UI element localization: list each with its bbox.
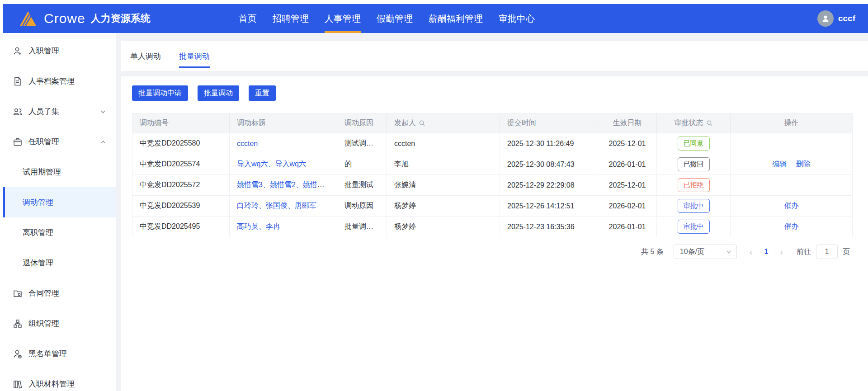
cell-initiator: 杨梦婷 [387,196,500,217]
transfer-title-link[interactable]: cccten [237,140,258,147]
cell-operations: 催办 [731,217,853,237]
page-size-select[interactable]: 10条/页 [674,245,737,259]
sidebar-item-personnel-subset[interactable]: 人员子集 [3,96,116,127]
transfer-table: 调动编号 调动标题 调动原因 发起人 [132,113,853,237]
books-icon [13,379,23,389]
tab-batch-transfer[interactable]: 批量调动 [179,41,210,71]
batch-transfer-button[interactable]: 批量调动 [198,85,239,101]
transfer-title-link[interactable]: 高巧英、李冉 [237,222,280,230]
status-badge: 已拒绝 [678,178,710,192]
search-icon[interactable] [706,120,713,127]
sidebar-item-label: 退休管理 [23,258,53,268]
table-row: 中竞发DD2025495 高巧英、李冉 批量调动... 杨梦婷 2025-12-… [132,217,853,237]
urge-link[interactable]: 催办 [784,202,799,209]
sidebar-item-organization[interactable]: 组织管理 [3,308,116,339]
org-chart-icon [13,319,23,329]
col-submit-time: 提交时间 [500,113,598,133]
cell-submit-time: 2025-12-26 14:12:51 [500,196,598,217]
sidebar-item-contract[interactable]: 合同管理 [3,278,116,308]
transfer-title-link[interactable]: 姚惜雪3、姚惜雪2、姚惜雪 .. [237,181,330,188]
main-panel: 批量调动申请 批量调动 重置 调动编号 调动标题 调动原因 [121,76,868,391]
cell-submit-time: 2025-12-30 08:47:43 [500,154,598,175]
cell-submit-time: 2025-12-30 11:26:49 [500,133,598,154]
sidebar-item-label: 试用期管理 [23,167,61,177]
sidebar-item-label: 人员子集 [28,106,59,117]
search-icon[interactable] [419,120,425,127]
cell-effective-date: 2025-12-01 [598,133,657,154]
cell-approval-status: 已拒绝 [657,175,731,196]
delete-link[interactable]: 删除 [796,160,811,168]
table-row: 中竞发DD2025580 cccten 测试调动... cccten 2025-… [132,133,853,154]
tab-bar: 单人调动 批量调动 [121,41,868,71]
crowe-logo-icon [19,10,38,27]
reset-button[interactable]: 重置 [249,85,276,101]
system-title: 人力资源系统 [91,12,151,25]
sidebar-item-personnel-files[interactable]: 人员子集 人事档案管理 [3,66,116,96]
pagination: 共 5 条 10条/页 ‹ 1 › 前往 页 [132,245,850,259]
sidebar-item-label: 人事档案管理 [28,76,75,86]
chevron-down-icon [726,249,732,255]
table-row: 中竞发DD2025539 白玲玲、张国俊、唐郦军 调动原因 杨梦婷 2025-1… [132,196,853,217]
page-number[interactable]: 1 [764,248,768,256]
cell-operations [731,175,853,196]
nav-item-home[interactable]: 首页 [239,4,257,33]
sidebar-item-onboarding[interactable]: 入职管理 [3,36,116,66]
sidebar: 入职管理 人员子集 人事档案管理 [3,33,116,391]
chevron-up-icon [100,139,106,145]
status-badge: 审批中 [678,199,710,213]
sidebar-item-probation[interactable]: 试用期管理 [3,157,116,187]
cell-approval-status: 已撤回 [657,154,731,175]
sidebar-item-label: 入职管理 [28,46,59,56]
cell-transfer-reason: 批量调动... [337,217,387,237]
app-window: Crowe 人力资源系统 首页 招聘管理 人事管理 假勤管理 薪酬福利管理 审批… [3,4,868,391]
transfer-title-link[interactable]: 白玲玲、张国俊、唐郦军 [237,202,316,209]
main-nav: 首页 招聘管理 人事管理 假勤管理 薪酬福利管理 审批中心 [239,4,551,33]
col-effective-date: 生效日期 [598,113,657,133]
goto-label: 前往 [797,247,811,257]
urge-link[interactable]: 催办 [784,222,799,230]
sidebar-item-resignation[interactable]: 离职管理 [3,217,116,248]
sidebar-item-label: 组织管理 [28,318,59,329]
sidebar-item-employment[interactable]: 任职管理 [3,127,116,157]
cell-transfer-id: 中竞发DD2025574 [132,154,230,175]
col-operations: 操作 [731,113,853,133]
status-badge: 已同意 [678,137,710,151]
sidebar-item-retirement[interactable]: 退休管理 [3,248,116,278]
tab-single-transfer[interactable]: 单人调动 [130,41,161,71]
cell-approval-status: 已同意 [657,133,731,154]
toolbar: 批量调动申请 批量调动 重置 [132,85,850,101]
col-transfer-reason: 调动原因 [337,113,387,133]
cell-effective-date: 2026-02-01 [598,196,657,217]
cell-initiator: 李旭 [387,154,500,175]
status-badge: 审批中 [678,220,710,234]
top-header: Crowe 人力资源系统 首页 招聘管理 人事管理 假勤管理 薪酬福利管理 审批… [3,4,868,33]
cell-operations: 编辑 删除 [731,154,853,175]
cell-transfer-title: 高巧英、李冉 [230,217,337,237]
sidebar-item-onboarding-materials[interactable]: 入职材料管理 [3,369,116,391]
page-size-value: 10条/页 [680,247,704,257]
next-page-button[interactable]: › [780,247,783,256]
user-avatar[interactable] [817,10,834,27]
sidebar-item-transfer[interactable]: 调动管理 [3,187,116,217]
total-count: 共 5 条 [641,247,664,257]
transfer-title-link[interactable]: 导入wq六、导入wq六 [237,160,306,168]
cell-transfer-reason: 测试调动... [337,133,387,154]
sidebar-item-label: 黑名单管理 [28,349,67,359]
username: cccf [838,14,855,24]
cell-operations [731,133,853,154]
nav-item-compensation[interactable]: 薪酬福利管理 [429,4,483,33]
cell-initiator: 杨梦婷 [387,217,500,237]
prev-page-button[interactable]: ‹ [750,247,753,256]
edit-link[interactable]: 编辑 [772,160,787,168]
cell-transfer-id: 中竞发DD2025539 [132,196,230,217]
goto-page-input[interactable] [816,245,838,259]
nav-item-approval-center[interactable]: 审批中心 [499,4,535,33]
nav-item-attendance[interactable]: 假勤管理 [377,4,413,33]
nav-item-recruitment[interactable]: 招聘管理 [273,4,309,33]
batch-transfer-apply-button[interactable]: 批量调动申请 [132,85,188,101]
brand-logo: Crowe 人力资源系统 [19,4,151,33]
sidebar-item-label: 入职材料管理 [28,379,75,389]
sidebar-item-label: 合同管理 [28,288,59,298]
nav-item-personnel[interactable]: 人事管理 [325,4,361,33]
sidebar-item-blacklist[interactable]: 黑名单管理 [3,339,116,369]
